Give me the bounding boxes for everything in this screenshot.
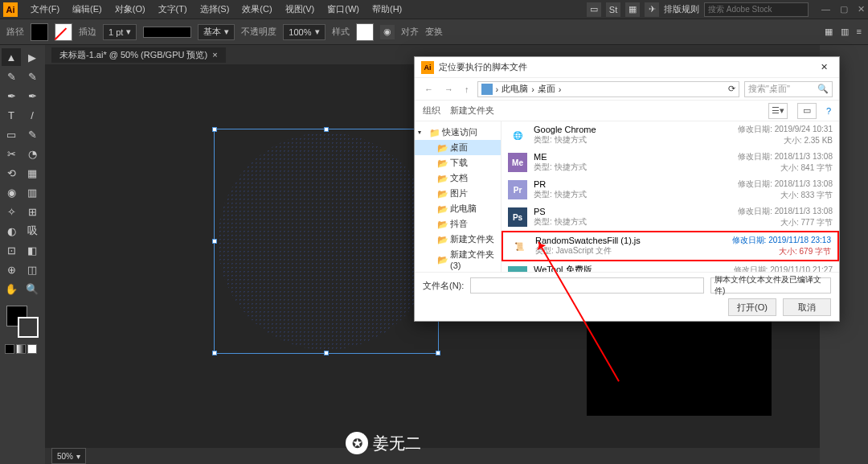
tool[interactable]: 🔍 [23, 280, 42, 298]
preview-pane-button[interactable]: ▭ [797, 103, 817, 119]
tool[interactable]: ▲ [2, 48, 21, 66]
maximize-icon[interactable]: ▢ [840, 4, 848, 14]
file-size: 大小: 2.35 KB [784, 135, 833, 146]
dialog-close-icon[interactable]: ✕ [816, 62, 833, 72]
share-icon[interactable]: ✈ [645, 2, 659, 17]
profile-dropdown[interactable]: 基本▾ [198, 24, 235, 40]
file-name: PS [534, 207, 714, 216]
forward-icon[interactable]: → [441, 84, 457, 94]
tool[interactable]: ◧ [23, 241, 42, 259]
open-button[interactable]: 打开(O) [728, 298, 776, 316]
tool[interactable]: / [23, 106, 42, 124]
view-mode-button[interactable]: ☰▾ [768, 103, 788, 119]
file-row[interactable]: 📜RandomSwatchesFill (1).js类型: JavaScript… [502, 231, 839, 261]
menu-item[interactable]: 对象(O) [108, 3, 152, 15]
file-row[interactable]: PrPR类型: 快捷方式修改日期: 2018/11/3 13:08大小: 833… [502, 176, 839, 203]
gradient-mode[interactable] [16, 344, 26, 354]
align-label[interactable]: 对齐 [401, 26, 419, 38]
filter-dropdown[interactable]: 脚本文件(文本文件及已编译文件) [710, 277, 831, 294]
panel-icon[interactable]: ▦ [825, 27, 833, 37]
recolor-icon[interactable]: ◉ [380, 25, 395, 39]
sidebar-item[interactable]: 📂文档 [415, 170, 501, 186]
tool[interactable]: ✎ [2, 68, 21, 85]
path-breadcrumb[interactable]: ›此电脑›桌面› ⟳ [477, 81, 740, 97]
menu-item[interactable]: 文件(F) [24, 3, 66, 15]
zoom-dropdown[interactable]: 50%▾ [51, 448, 86, 464]
tool[interactable]: ✒ [2, 87, 21, 105]
menu-item[interactable]: 效果(C) [235, 3, 278, 15]
tool[interactable]: ⊞ [23, 203, 42, 220]
menu-item[interactable]: 窗口(W) [321, 3, 366, 15]
tool[interactable]: ⟲ [2, 164, 21, 182]
tool[interactable]: ✒ [23, 87, 42, 105]
bounding-box[interactable] [214, 129, 439, 354]
stroke-weight-dropdown[interactable]: 1 pt▾ [103, 24, 137, 40]
close-icon[interactable]: ✕ [858, 4, 865, 14]
dialog-ai-icon: Ai [421, 61, 434, 74]
tool[interactable]: T [2, 106, 21, 124]
tool[interactable]: ▭ [2, 125, 21, 143]
file-size: 大小: 841 字节 [780, 162, 833, 174]
stroke-color[interactable] [18, 317, 39, 338]
sidebar-item[interactable]: 📂新建文件夹 [415, 232, 501, 247]
back-icon[interactable]: ← [421, 84, 436, 94]
doc-icon[interactable]: ▭ [587, 2, 601, 17]
weibo-icon: ✪ [346, 432, 368, 454]
stroke-style[interactable] [143, 27, 191, 38]
filename-input[interactable] [470, 277, 704, 294]
file-row[interactable]: MeME类型: 快捷方式修改日期: 2018/11/3 13:08大小: 841… [502, 149, 839, 176]
sidebar-item[interactable]: 📂桌面 [415, 140, 501, 155]
sidebar-item[interactable]: 📂抖音 [415, 216, 501, 232]
file-type: 类型: 快捷方式 [534, 162, 714, 173]
document-tab[interactable]: 未标题-1.ai* @ 50% (RGB/GPU 预览)× [51, 47, 226, 63]
layout-label[interactable]: 排版规则 [664, 3, 699, 15]
tool[interactable]: ✎ [23, 68, 42, 85]
sidebar-item[interactable]: 📂下载 [415, 155, 501, 170]
help-icon[interactable]: ? [826, 106, 831, 116]
tool[interactable]: ⊡ [2, 241, 21, 259]
sidebar-item[interactable]: 📂图片 [415, 186, 501, 201]
sidebar-item[interactable]: 📂新建文件夹 (3) [415, 247, 501, 272]
st-icon[interactable]: St [606, 2, 620, 17]
stroke-swatch[interactable] [55, 23, 72, 41]
sidebar-item[interactable]: 📂此电脑 [415, 201, 501, 216]
menu-item[interactable]: 视图(V) [279, 3, 321, 15]
sidebar-group[interactable]: 📁快速访问 [415, 125, 501, 140]
tool[interactable]: ✧ [2, 203, 21, 220]
swatch-icon[interactable]: ▦ [625, 2, 640, 17]
menu-icon[interactable]: ≡ [857, 27, 862, 37]
tool[interactable]: ✎ [23, 125, 42, 143]
menu-item[interactable]: 帮助(H) [366, 3, 408, 15]
tool[interactable]: ◫ [23, 261, 42, 278]
file-row[interactable]: 🌐Google Chrome类型: 快捷方式修改日期: 2019/9/24 10… [502, 121, 839, 149]
menu-item[interactable]: 文字(T) [152, 3, 194, 15]
style-swatch[interactable] [356, 23, 374, 41]
file-row[interactable]: PsPS类型: 快捷方式修改日期: 2018/11/3 13:08大小: 777… [502, 203, 839, 231]
tool[interactable]: ▥ [23, 183, 42, 201]
tool[interactable]: ◉ [2, 183, 21, 201]
minimize-icon[interactable]: — [821, 4, 830, 14]
cancel-button[interactable]: 取消 [783, 298, 831, 316]
stock-search-input[interactable] [704, 2, 809, 17]
tool[interactable]: ⊕ [2, 261, 21, 278]
new-folder-button[interactable]: 新建文件夹 [450, 105, 494, 117]
opacity-dropdown[interactable]: 100%▾ [283, 24, 325, 40]
tool[interactable]: ✋ [2, 280, 21, 298]
menu-item[interactable]: 编辑(E) [66, 3, 108, 15]
tool[interactable]: ◐ [2, 222, 21, 240]
tab-close-icon[interactable]: × [212, 50, 217, 60]
menu-item[interactable]: 选择(S) [194, 3, 236, 15]
none-mode[interactable] [27, 344, 37, 354]
organize-button[interactable]: 组织 [423, 105, 440, 117]
panel-icon-2[interactable]: ▥ [841, 27, 849, 37]
transform-label[interactable]: 变换 [425, 26, 443, 38]
tool[interactable]: ✂ [2, 145, 21, 162]
tool[interactable]: ▶ [23, 48, 42, 66]
tool[interactable]: 吸 [23, 222, 42, 240]
fill-swatch[interactable] [31, 23, 48, 41]
dialog-search-input[interactable]: 搜索"桌面"🔍 [744, 81, 833, 97]
color-mode[interactable] [5, 344, 14, 354]
up-icon[interactable]: ↑ [461, 84, 473, 94]
tool[interactable]: ▦ [23, 164, 42, 182]
tool[interactable]: ◔ [23, 145, 42, 162]
